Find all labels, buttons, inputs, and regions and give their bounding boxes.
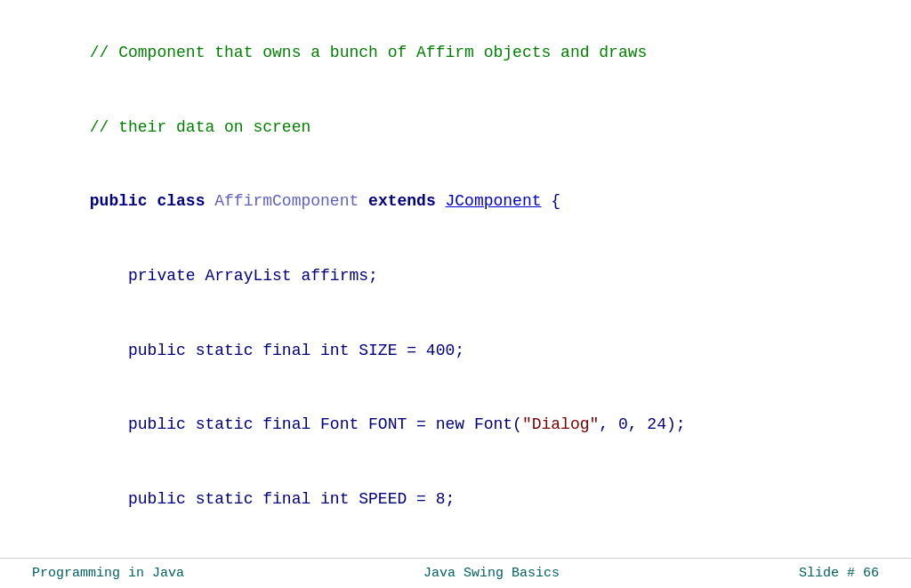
normal-span: , 0, 24); <box>599 415 685 433</box>
link-span[interactable]: JComponent <box>446 192 542 210</box>
code-line-7: public static final int SPEED = 8; <box>32 463 879 537</box>
code-line-4: private ArrayList affirms; <box>32 239 879 314</box>
normal-span: private ArrayList affirms; <box>90 267 378 285</box>
code-line-8 <box>32 537 879 558</box>
footer-right: Slide # 66 <box>799 566 879 581</box>
normal-span: public static final int SPEED = 8; <box>90 490 455 508</box>
normal-span: public static final Font FONT = new Font… <box>90 415 522 433</box>
comment-span: // Component that owns a bunch of Affirm… <box>90 44 648 61</box>
code-line-5: public static final int SIZE = 400; <box>32 314 879 389</box>
keyword-span: extends <box>359 192 445 210</box>
comment-span: // their data on screen <box>90 118 310 136</box>
code-line-6: public static final Font FONT = new Font… <box>32 388 879 463</box>
code-area: // Component that owns a bunch of Affirm… <box>0 0 911 558</box>
footer-left: Programming in Java <box>32 566 184 581</box>
footer-center: Java Swing Basics <box>423 566 560 581</box>
slide: // Component that owns a bunch of Affirm… <box>0 0 911 588</box>
code-line-1: // Component that owns a bunch of Affirm… <box>32 16 879 91</box>
classname-span: AffirmComponent <box>214 192 359 210</box>
footer: Programming in Java Java Swing Basics Sl… <box>0 558 911 588</box>
keyword-span: public class <box>90 192 214 210</box>
string-span: "Dialog" <box>522 415 599 433</box>
code-line-2: // their data on screen <box>32 91 879 165</box>
normal-span: public static final int SIZE = 400; <box>90 342 464 359</box>
code-line-3: public class AffirmComponent extends JCo… <box>32 165 879 239</box>
normal-span: { <box>542 192 561 210</box>
